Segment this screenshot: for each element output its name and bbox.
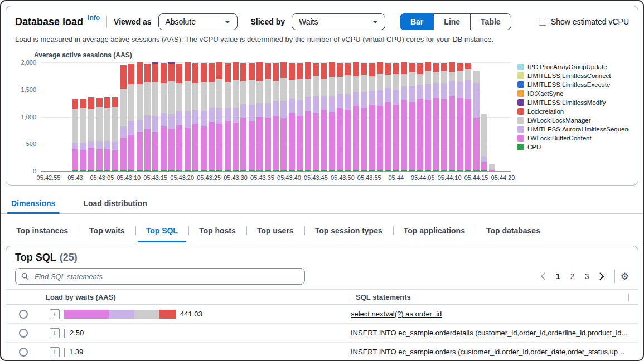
row-radio-button[interactable] — [19, 310, 28, 319]
next-page-button[interactable] — [595, 269, 609, 284]
view-mode-toggle: BarLineTable — [400, 13, 511, 30]
chart-plot-column: 05:42:5505:4305:43:0505:43:1005:43:1505:… — [41, 62, 511, 182]
stacked-bar — [112, 97, 118, 171]
stacked-bar — [280, 62, 287, 171]
viewed-as-select[interactable]: Absolute — [158, 13, 238, 30]
stacked-bar — [297, 63, 303, 171]
stacked-bar — [201, 63, 207, 171]
column-divider — [628, 294, 629, 301]
chart-y-axis: 05001,0001,5002,000 — [15, 62, 41, 172]
row-radio-button[interactable] — [19, 329, 28, 338]
sql-search-box[interactable] — [15, 268, 305, 285]
tab-top-hosts[interactable]: Top hosts — [188, 219, 246, 242]
tab-dimensions[interactable]: Dimensions — [7, 193, 60, 213]
show-vcpu-checkbox[interactable]: Show estimated vCPU — [539, 17, 629, 26]
view-mode-bar-button[interactable]: Bar — [400, 13, 434, 30]
legend-label: Lock:relation — [527, 108, 564, 115]
stacked-bar — [369, 63, 375, 171]
legend-label: IO:XactSync — [527, 90, 563, 97]
tab-top-instances[interactable]: Top instances — [6, 219, 79, 242]
stacked-bar — [152, 62, 158, 171]
expand-row-button[interactable]: + — [50, 309, 60, 319]
tab-top-waits[interactable]: Top waits — [79, 219, 135, 242]
y-tick-label: 500 — [26, 140, 36, 147]
stacked-bar — [104, 97, 110, 171]
stacked-bar — [216, 62, 222, 171]
x-tick-label: 05:44 — [388, 174, 404, 181]
sliced-by-select[interactable]: Waits — [292, 13, 385, 30]
sliced-by-value: Waits — [299, 17, 318, 26]
stacked-bar — [465, 63, 471, 171]
tab-top-sql[interactable]: Top SQL — [135, 219, 188, 242]
view-mode-line-button[interactable]: Line — [433, 13, 471, 30]
page-1-button[interactable]: 1 — [551, 269, 565, 284]
top-sql-card: Top SQL (25) 123 — [6, 246, 638, 361]
stacked-bar — [425, 62, 431, 171]
load-description: Load is measured in average active sessi… — [15, 35, 629, 43]
expand-row-button[interactable]: + — [50, 347, 60, 357]
x-tick-label: 05:43:45 — [304, 174, 328, 181]
legend-item: IPC:ProcArrayGroupUpdate — [517, 62, 629, 71]
stacked-bar — [361, 63, 367, 171]
legend-label: CPU — [527, 144, 541, 150]
stacked-bar — [457, 63, 463, 171]
stacked-bar — [321, 63, 327, 171]
page-3-button[interactable]: 3 — [580, 269, 594, 284]
checkbox-icon[interactable] — [539, 18, 546, 26]
x-tick-label: 05:43:15 — [143, 174, 167, 181]
legend-swatch — [517, 72, 524, 79]
legend-label: LIMITLESS:LimitlessModify — [527, 99, 606, 106]
tab-top-applications[interactable]: Top applications — [393, 219, 476, 242]
y-tick-label: 0 — [33, 168, 36, 174]
stacked-bar — [385, 63, 391, 171]
load-bar — [64, 329, 65, 338]
sql-table-body: +441.03select nextval(?) as order_id+2.5… — [6, 305, 638, 361]
column-divider — [41, 293, 41, 301]
legend-label: LWLock:BufferContent — [527, 135, 592, 142]
stacked-bar — [265, 63, 271, 171]
stacked-bar — [393, 63, 399, 171]
tab-load-distribution[interactable]: Load distribution — [79, 193, 151, 213]
settings-icon[interactable]: ⚙ — [621, 272, 629, 281]
stacked-bar — [185, 62, 191, 171]
stacked-bar — [377, 62, 383, 171]
expand-row-button[interactable]: + — [50, 328, 60, 338]
row-radio-button[interactable] — [19, 348, 28, 357]
stacked-bar — [144, 64, 151, 171]
top-sql-title: Top SQL — [15, 252, 56, 264]
stacked-bar — [192, 63, 198, 171]
x-tick-label: 05:44:20 — [491, 174, 515, 181]
legend-swatch — [517, 90, 524, 97]
show-vcpu-label: Show estimated vCPU — [551, 17, 629, 26]
tab-top-session-types[interactable]: Top session types — [304, 219, 393, 242]
chevron-right-icon — [599, 272, 604, 280]
stacked-bar — [433, 63, 439, 171]
sql-statement-link[interactable]: INSERT INTO ec_sample.orderdetails (cust… — [351, 329, 638, 337]
view-mode-table-button[interactable]: Table — [470, 13, 511, 30]
tab-top-users[interactable]: Top users — [246, 219, 304, 242]
sql-column-header: SQL statements — [351, 293, 638, 301]
load-column-label: Load by waits (AAS) — [46, 293, 116, 301]
info-link[interactable]: Info — [88, 14, 100, 22]
x-tick-label: 05:43:05 — [90, 174, 114, 181]
page-2-button[interactable]: 2 — [565, 269, 580, 284]
stacked-bar — [209, 63, 215, 171]
legend-item: LIMITLESS:AuroraLimitlessSequenceRe — [517, 125, 629, 134]
previous-page-button[interactable] — [536, 269, 550, 284]
chart-title: Average active sessions (AAS) — [34, 51, 629, 59]
load-value: 441.03 — [180, 310, 202, 318]
chart-plot — [41, 62, 511, 172]
stacked-bar — [329, 62, 335, 171]
y-tick-label: 2,000 — [21, 59, 36, 66]
legend-item: IO:XactSync — [517, 89, 629, 98]
stacked-bar — [256, 62, 263, 171]
stacked-bar — [401, 62, 407, 171]
legend-swatch — [517, 64, 524, 70]
tab-top-databases[interactable]: Top databases — [476, 219, 551, 242]
sql-search-input[interactable] — [33, 272, 299, 281]
stacked-bar — [176, 64, 182, 171]
sql-statement-link[interactable]: select nextval(?) as order_id — [351, 310, 638, 318]
table-row: +2.50INSERT INTO ec_sample.orderdetails … — [6, 324, 638, 343]
sql-statement-link[interactable]: INSERT INTO ec_sample.orders (customer_i… — [351, 348, 638, 356]
table-row: +441.03select nextval(?) as order_id — [6, 305, 638, 324]
